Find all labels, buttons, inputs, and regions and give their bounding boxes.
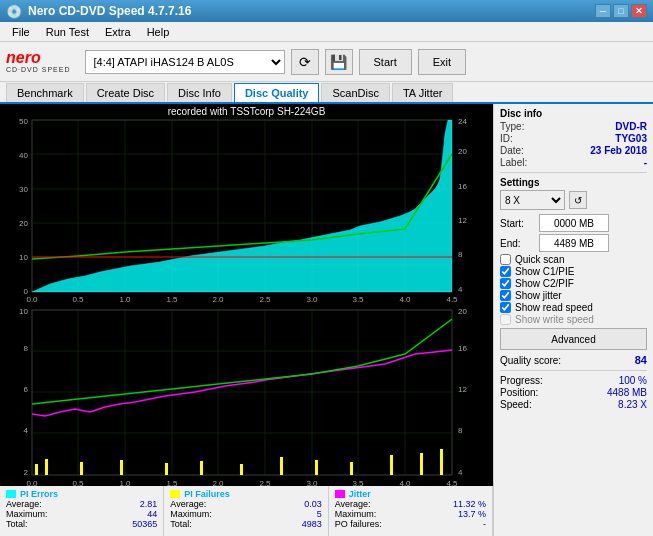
quick-scan-checkbox[interactable]: [500, 254, 511, 265]
position-row: Position: 4488 MB: [500, 387, 647, 398]
title-bar-left: 💿 Nero CD-DVD Speed 4.7.7.16: [6, 4, 191, 19]
svg-text:3.0: 3.0: [306, 295, 318, 304]
disc-id-row: ID: TYG03: [500, 133, 647, 144]
show-write-speed-row: Show write speed: [500, 314, 647, 325]
close-button[interactable]: ✕: [631, 4, 647, 18]
tab-disc-info[interactable]: Disc Info: [167, 83, 232, 102]
menu-extra[interactable]: Extra: [97, 24, 139, 40]
menu-help[interactable]: Help: [139, 24, 178, 40]
drive-select[interactable]: [4:4] ATAPI iHAS124 B AL0S: [85, 50, 285, 74]
svg-rect-91: [440, 449, 443, 475]
disc-label-label: Label:: [500, 157, 527, 168]
svg-rect-83: [165, 463, 168, 475]
pi-errors-title: PI Errors: [6, 489, 157, 499]
disc-date-label: Date:: [500, 145, 524, 156]
quality-score-label: Quality score:: [500, 355, 561, 366]
svg-text:24: 24: [458, 117, 467, 126]
show-c2pif-label: Show C2/PIF: [515, 278, 574, 289]
disc-type-label: Type:: [500, 121, 524, 132]
toolbar: nero CD·DVD SPEED [4:4] ATAPI iHAS124 B …: [0, 42, 653, 82]
jitter-color: [335, 490, 345, 498]
disc-label-value: -: [644, 157, 647, 168]
svg-text:10: 10: [19, 253, 28, 262]
refresh-button[interactable]: ⟳: [291, 49, 319, 75]
svg-text:2.5: 2.5: [259, 295, 271, 304]
tab-create-disc[interactable]: Create Disc: [86, 83, 165, 102]
show-c2pif-row: Show C2/PIF: [500, 278, 647, 289]
position-label: Position:: [500, 387, 538, 398]
start-label: Start:: [500, 218, 535, 229]
start-button[interactable]: Start: [359, 49, 412, 75]
speed-row-bottom: Speed: 8.23 X: [500, 399, 647, 410]
title-bar-controls: ─ □ ✕: [595, 4, 647, 18]
app-icon: 💿: [6, 4, 22, 19]
quality-score-row: Quality score: 84: [500, 354, 647, 366]
progress-value: 100 %: [619, 375, 647, 386]
pi-failures-color: [170, 490, 180, 498]
pi-failures-stats: PI Failures Average: 0.03 Maximum: 5 Tot…: [164, 486, 328, 536]
pi-errors-stats: PI Errors Average: 2.81 Maximum: 44 Tota…: [0, 486, 164, 536]
pi-failures-maximum: Maximum: 5: [170, 509, 321, 519]
svg-rect-84: [200, 461, 203, 475]
svg-text:16: 16: [458, 182, 467, 191]
svg-text:4: 4: [458, 285, 463, 294]
speed-icon-btn[interactable]: ↺: [569, 191, 587, 209]
pi-errors-total: Total: 50365: [6, 519, 157, 529]
tab-disc-quality[interactable]: Disc Quality: [234, 83, 320, 102]
maximize-button[interactable]: □: [613, 4, 629, 18]
svg-text:1.5: 1.5: [166, 295, 178, 304]
start-input[interactable]: [539, 214, 609, 232]
tab-benchmark[interactable]: Benchmark: [6, 83, 84, 102]
show-read-speed-label: Show read speed: [515, 302, 593, 313]
svg-rect-85: [240, 464, 243, 475]
disc-id-value: TYG03: [615, 133, 647, 144]
pi-failures-total: Total: 4983: [170, 519, 321, 529]
svg-text:6: 6: [24, 385, 29, 394]
svg-text:10: 10: [19, 307, 28, 316]
advanced-button[interactable]: Advanced: [500, 328, 647, 350]
exit-button[interactable]: Exit: [418, 49, 466, 75]
tabs: Benchmark Create Disc Disc Info Disc Qua…: [0, 82, 653, 104]
menu-bar: File Run Test Extra Help: [0, 22, 653, 42]
disc-date-value: 23 Feb 2018: [590, 145, 647, 156]
pi-errors-average: Average: 2.81: [6, 499, 157, 509]
speed-select[interactable]: 8 X MAX 2 X 4 X 12 X 16 X: [500, 190, 565, 210]
minimize-button[interactable]: ─: [595, 4, 611, 18]
save-button[interactable]: 💾: [325, 49, 353, 75]
show-write-speed-checkbox: [500, 314, 511, 325]
svg-text:4.0: 4.0: [399, 295, 411, 304]
show-c2pif-checkbox[interactable]: [500, 278, 511, 289]
end-input[interactable]: [539, 234, 609, 252]
show-c1pie-label: Show C1/PIE: [515, 266, 574, 277]
svg-text:20: 20: [458, 307, 467, 316]
speed-value: 8.23 X: [618, 399, 647, 410]
end-label: End:: [500, 238, 535, 249]
nero-logo-subtitle: CD·DVD SPEED: [6, 66, 71, 73]
svg-text:12: 12: [458, 385, 467, 394]
svg-text:2.0: 2.0: [212, 295, 224, 304]
pi-failures-title: PI Failures: [170, 489, 321, 499]
progress-row: Progress: 100 %: [500, 375, 647, 386]
main-content: recorded with TSSTcorp SH-224GB: [0, 104, 653, 536]
show-c1pie-checkbox[interactable]: [500, 266, 511, 277]
svg-text:16: 16: [458, 344, 467, 353]
show-jitter-label: Show jitter: [515, 290, 562, 301]
menu-run-test[interactable]: Run Test: [38, 24, 97, 40]
menu-file[interactable]: File: [4, 24, 38, 40]
chart-area: recorded with TSSTcorp SH-224GB: [0, 104, 493, 536]
tab-scandisc[interactable]: ScanDisc: [321, 83, 389, 102]
pi-failures-average: Average: 0.03: [170, 499, 321, 509]
disc-type-row: Type: DVD-R: [500, 121, 647, 132]
nero-logo-text: nero: [6, 50, 41, 66]
start-field-row: Start:: [500, 214, 647, 232]
svg-text:8: 8: [458, 250, 463, 259]
nero-logo: nero CD·DVD SPEED: [6, 50, 71, 73]
show-jitter-checkbox[interactable]: [500, 290, 511, 301]
tab-ta-jitter[interactable]: TA Jitter: [392, 83, 454, 102]
jitter-average: Average: 11.32 %: [335, 499, 486, 509]
speed-row: 8 X MAX 2 X 4 X 12 X 16 X ↺: [500, 190, 647, 210]
show-read-speed-checkbox[interactable]: [500, 302, 511, 313]
jitter-po-failures: PO failures: -: [335, 519, 486, 529]
pi-errors-maximum: Maximum: 44: [6, 509, 157, 519]
jitter-stats: Jitter Average: 11.32 % Maximum: 13.7 % …: [329, 486, 493, 536]
